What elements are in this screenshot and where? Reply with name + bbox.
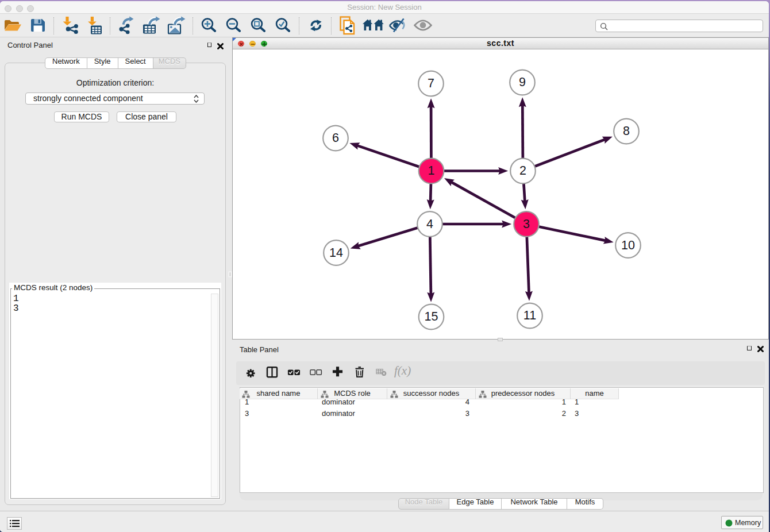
svg-text:6: 6	[332, 131, 339, 145]
svg-text:14: 14	[329, 246, 343, 260]
svg-text:4: 4	[426, 217, 433, 231]
svg-text:11: 11	[523, 309, 536, 322]
svg-text:3: 3	[523, 217, 530, 231]
svg-text:7: 7	[428, 76, 434, 90]
svg-text:15: 15	[425, 310, 438, 323]
svg-text:8: 8	[623, 124, 630, 138]
svg-text:9: 9	[519, 75, 526, 89]
svg-text:1: 1	[428, 164, 435, 178]
svg-text:10: 10	[621, 238, 635, 252]
svg-text:2: 2	[519, 164, 526, 178]
